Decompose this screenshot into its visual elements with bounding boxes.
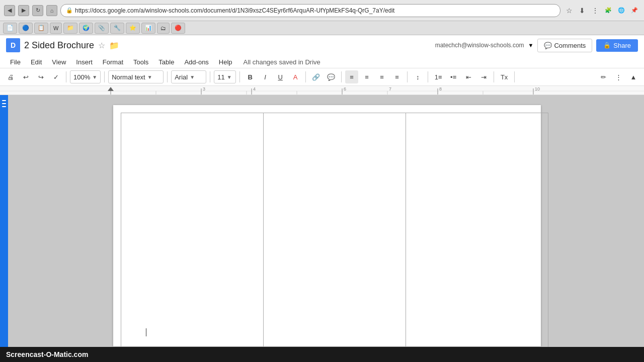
menu-addons[interactable]: Add-ons: [180, 56, 212, 68]
menu-insert[interactable]: Insert: [72, 56, 97, 68]
favorite-star-icon[interactable]: ☆: [98, 41, 105, 50]
align-right-button[interactable]: ≡: [375, 70, 388, 83]
clear-formatting-button[interactable]: Tx: [498, 70, 511, 83]
sidebar-indicator: [0, 95, 8, 347]
justify-button[interactable]: ≡: [390, 70, 404, 83]
paragraph-style-value: Normal text: [112, 73, 145, 81]
folder-icon[interactable]: 📁: [109, 41, 119, 50]
account-dropdown-icon[interactable]: ▼: [528, 42, 534, 48]
cursor-blink: [146, 328, 146, 336]
document-title[interactable]: 2 Sided Brochure: [24, 40, 94, 51]
table-cell-3[interactable]: [406, 113, 548, 347]
italic-icon: I: [264, 73, 266, 81]
share-button[interactable]: 🔒 Share: [596, 39, 638, 52]
align-left-button[interactable]: ≡: [345, 70, 358, 83]
svg-text:4: 4: [253, 86, 256, 92]
svg-text:10: 10: [535, 86, 540, 92]
undo-button[interactable]: ↩: [19, 70, 32, 83]
document-page[interactable]: [113, 105, 541, 346]
zoom-dropdown[interactable]: 100% ▼: [70, 70, 101, 83]
refresh-button[interactable]: ↻: [32, 5, 43, 16]
table-cell-2[interactable]: [264, 113, 406, 347]
align-center-button[interactable]: ≡: [360, 70, 373, 83]
separator-1: [66, 71, 66, 82]
menu-edit[interactable]: Edit: [27, 56, 46, 68]
bookmark-4[interactable]: W: [50, 23, 62, 34]
bold-button[interactable]: B: [244, 70, 257, 83]
comments-button[interactable]: 💬 Comments: [537, 39, 592, 52]
svg-text:8: 8: [439, 86, 442, 92]
browser-nav-bar: ◀ ▶ ↻ ⌂ 🔒 https://docs.google.com/a/wins…: [0, 0, 644, 21]
menu-help[interactable]: Help: [215, 56, 236, 68]
extension-icon-2[interactable]: 🌐: [616, 5, 627, 16]
font-size-value: 11: [217, 73, 224, 81]
underline-button[interactable]: U: [274, 70, 287, 83]
font-dropdown[interactable]: Arial ▼: [171, 70, 206, 83]
docs-app-icon: D: [6, 38, 20, 52]
numbered-list-button[interactable]: 1≡: [432, 70, 445, 83]
paragraph-style-dropdown[interactable]: Normal text ▼: [108, 70, 164, 83]
lock-icon: 🔒: [66, 7, 73, 14]
font-size-dropdown[interactable]: 11 ▼: [214, 70, 236, 83]
bookmark-11[interactable]: 🗂: [157, 23, 170, 34]
docs-app: D 2 Sided Brochure ☆ 📁 matechch@winslow-…: [0, 35, 644, 347]
bookmark-5[interactable]: 📁: [63, 23, 77, 34]
menu-format[interactable]: Format: [99, 56, 127, 68]
menu-bar: File Edit View Insert Format Tools Table…: [6, 54, 638, 68]
toolbar: 🖨 ↩ ↪ ✓ 100% ▼ Normal text ▼ Arial ▼ 11 …: [0, 68, 644, 86]
separator-9: [428, 71, 428, 82]
font-value: Arial: [175, 73, 188, 81]
zoom-dropdown-arrow: ▼: [92, 74, 97, 80]
bookmark-2[interactable]: 🔵: [19, 23, 33, 34]
insert-comment-button[interactable]: 💬: [325, 70, 338, 83]
bookmark-1[interactable]: 📄: [3, 23, 17, 34]
more-options-button[interactable]: ⋮: [612, 70, 625, 83]
docs-header: D 2 Sided Brochure ☆ 📁 matechch@winslow-…: [0, 35, 644, 68]
extension-icon-1[interactable]: 🧩: [603, 5, 614, 16]
italic-button[interactable]: I: [259, 70, 272, 83]
separator-2: [104, 71, 105, 82]
back-button[interactable]: ◀: [4, 5, 15, 16]
extension-icon-3[interactable]: 📌: [629, 5, 640, 16]
bold-icon: B: [248, 73, 252, 81]
settings-icon[interactable]: ⋮: [590, 5, 601, 16]
increase-indent-button[interactable]: ⇥: [477, 70, 490, 83]
print-button[interactable]: 🖨: [4, 70, 17, 83]
document-area[interactable]: [0, 95, 644, 347]
font-size-arrow: ▼: [227, 74, 232, 80]
menu-view[interactable]: View: [48, 56, 70, 68]
home-button[interactable]: ⌂: [46, 5, 57, 16]
spellcheck-button[interactable]: ✓: [49, 70, 62, 83]
decrease-indent-button[interactable]: ⇤: [462, 70, 475, 83]
bulleted-list-button[interactable]: •≡: [447, 70, 460, 83]
watermark-text: Screencast-O-Matic.com: [6, 350, 88, 358]
table-cell-1[interactable]: [121, 113, 264, 347]
edit-mode-button[interactable]: ✏: [597, 70, 610, 83]
download-icon[interactable]: ⬇: [577, 5, 588, 16]
separator-8: [407, 71, 408, 82]
bookmark-10[interactable]: 📊: [141, 23, 155, 34]
address-bar[interactable]: 🔒 https://docs.google.com/a/winslow-scho…: [60, 4, 560, 17]
text-color-button[interactable]: A: [289, 70, 302, 83]
separator-7: [341, 71, 342, 82]
insert-link-button[interactable]: 🔗: [309, 70, 323, 83]
underline-icon: U: [278, 73, 282, 81]
document-table[interactable]: [121, 113, 548, 347]
bookmark-9[interactable]: ⭐: [126, 23, 140, 34]
menu-file[interactable]: File: [6, 56, 25, 68]
hide-controls-button[interactable]: ▲: [627, 70, 640, 83]
bookmarks-bar: 📄 🔵 📋 W 📁 🌍 📎 🔧 ⭐ 📊 🗂 🔴: [0, 21, 644, 35]
menu-table[interactable]: Table: [154, 56, 178, 68]
bookmark-7[interactable]: 📎: [95, 23, 109, 34]
forward-button[interactable]: ▶: [18, 5, 29, 16]
url-text: https://docs.google.com/a/winslow-school…: [75, 7, 394, 14]
menu-tools[interactable]: Tools: [129, 56, 152, 68]
bookmark-6[interactable]: 🌍: [79, 23, 93, 34]
bookmark-8[interactable]: 🔧: [110, 23, 124, 34]
redo-button[interactable]: ↪: [34, 70, 47, 83]
bookmark-3[interactable]: 📋: [34, 23, 48, 34]
paragraph-style-arrow: ▼: [147, 74, 152, 80]
line-spacing-button[interactable]: ↕: [411, 70, 424, 83]
bookmark-12[interactable]: 🔴: [171, 23, 185, 34]
star-icon[interactable]: ☆: [564, 5, 575, 16]
